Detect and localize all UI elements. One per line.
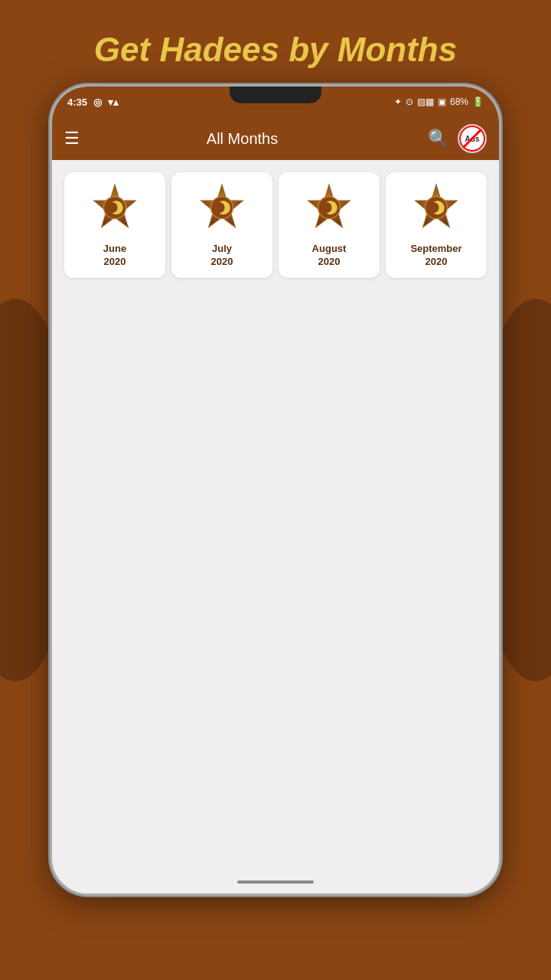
page-title: Get Hadees by Months xyxy=(71,0,480,84)
svg-point-2 xyxy=(118,202,122,206)
month-label-september-2020: September2020 xyxy=(410,243,461,269)
phone-frame: 4:35 ◎ ▾▴ ✦ ⊙ ▨▩ ▣ 68% 🔋 ☰ All Months 🔍 … xyxy=(50,84,501,896)
month-icon-august xyxy=(302,181,357,237)
bottom-bar xyxy=(52,871,499,893)
svg-point-11 xyxy=(439,202,443,206)
month-card-august-2020[interactable]: August2020 xyxy=(279,172,380,278)
content-area: June2020 xyxy=(52,160,499,871)
status-icon-sim: ▣ xyxy=(438,96,446,107)
status-right: ✦ ⊙ ▨▩ ▣ 68% 🔋 xyxy=(394,96,484,107)
ads-button[interactable]: Ads xyxy=(458,124,487,153)
status-icon-bluetooth: ✦ xyxy=(394,96,402,107)
month-label-august-2020: August2020 xyxy=(312,243,347,269)
status-left: 4:35 ◎ ▾▴ xyxy=(67,96,119,108)
phone-notch xyxy=(230,87,321,103)
app-bar-actions: 🔍 Ads xyxy=(428,124,487,153)
month-card-september-2020[interactable]: September2020 xyxy=(386,172,487,278)
month-icon-june xyxy=(87,181,142,237)
month-icon-july xyxy=(194,181,249,237)
status-icon-signal: ⊙ xyxy=(406,96,413,107)
search-icon[interactable]: 🔍 xyxy=(428,129,448,149)
status-icon-wifi: ▾▴ xyxy=(108,96,119,108)
month-card-july-2020[interactable]: July2020 xyxy=(171,172,272,278)
month-label-july-2020: July2020 xyxy=(211,243,233,269)
status-battery: 68% xyxy=(450,96,468,107)
svg-point-8 xyxy=(332,202,336,206)
app-bar: ☰ All Months 🔍 Ads xyxy=(52,117,499,160)
month-grid: June2020 xyxy=(64,172,487,278)
status-battery-icon: 🔋 xyxy=(472,96,484,107)
status-time: 4:35 xyxy=(67,96,87,108)
home-indicator[interactable] xyxy=(237,880,314,884)
svg-point-5 xyxy=(225,202,229,206)
status-icon-location: ◎ xyxy=(93,96,102,108)
ads-circle xyxy=(459,126,485,152)
month-label-june-2020: June2020 xyxy=(103,243,126,269)
app-bar-title: All Months xyxy=(89,130,396,148)
status-icon-network: ▨▩ xyxy=(417,96,434,107)
month-card-june-2020[interactable]: June2020 xyxy=(64,172,165,278)
menu-icon[interactable]: ☰ xyxy=(64,129,80,149)
month-icon-september xyxy=(409,181,464,237)
